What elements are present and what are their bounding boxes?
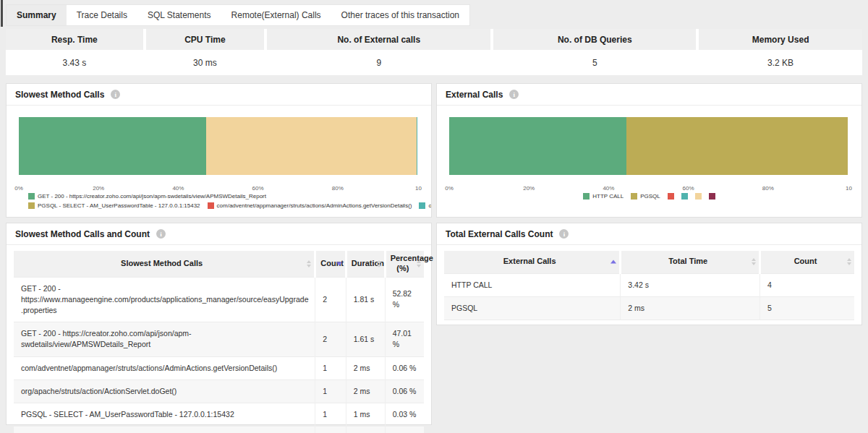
table-row[interactable]: HTTP CALL3.42 s4: [444, 273, 854, 296]
column-header-duration[interactable]: Duration: [346, 251, 385, 277]
table-cell: 4: [760, 273, 854, 296]
info-icon[interactable]: i: [509, 90, 519, 99]
sort-icon[interactable]: [847, 258, 851, 265]
column-header-slowest-method-calls[interactable]: Slowest Method Calls: [14, 251, 315, 277]
table-cell: 0.03 %: [385, 403, 424, 426]
tab-sql-statements[interactable]: SQL Statements: [137, 5, 221, 25]
stat-column-no-of-external-calls: No. of External calls9: [267, 29, 490, 75]
x-tick-label: 40%: [172, 185, 184, 192]
legend-swatch: [28, 202, 35, 209]
info-icon[interactable]: i: [111, 90, 120, 99]
bar-segment-get-200-https-creator-zoho-com-api-json-[interactable]: [19, 117, 206, 175]
total-external-calls-table: External CallsTotal TimeCount HTTP CALL3…: [444, 251, 854, 320]
legend-label: GET - 200 - https://creator.zoho.com/api…: [38, 193, 266, 200]
tab-trace-details[interactable]: Trace Details: [67, 5, 137, 25]
table-cell: org/apache/struts/action/ActionServlet.d…: [14, 380, 315, 403]
panel-total-external-calls-count: Total External Calls Count i External Ca…: [436, 223, 862, 325]
column-header-count[interactable]: Count: [760, 251, 854, 273]
tab-other-traces-of-this-transaction[interactable]: Other traces of this transaction: [331, 5, 469, 25]
legend-label: HTTP CALL: [592, 193, 624, 200]
x-axis-ticks: 0%20%40%60%80%100%: [19, 185, 417, 193]
legend-swatch: [208, 202, 214, 209]
panel-external-calls: External Calls i 0%20%40%60%80%100% HTTP…: [436, 83, 862, 218]
stat-label: Resp. Time: [6, 29, 143, 50]
table-header-row: Slowest Method CallsCountDurationPercent…: [14, 251, 424, 277]
table-row[interactable]: others1 ms0.03 %: [14, 426, 424, 433]
sort-icon[interactable]: [377, 260, 381, 267]
tab-remote-external-calls[interactable]: Remote(External) Calls: [221, 5, 331, 25]
legend-swatch: [681, 193, 688, 200]
table-row[interactable]: org/apache/struts/action/ActionServlet.d…: [14, 380, 424, 403]
legend-label: others: [428, 202, 431, 209]
panel-title: Total External Calls Count: [446, 229, 553, 239]
sort-icon[interactable]: [417, 260, 421, 267]
x-tick-label: 80%: [332, 185, 344, 192]
table-row[interactable]: PGSQL - SELECT - AM_UserPasswordTable - …: [14, 403, 424, 426]
panel-header: Slowest Method Calls and Count i: [7, 223, 431, 245]
table-cell: 1.61 s: [346, 322, 385, 356]
column-header-total-time[interactable]: Total Time: [621, 251, 760, 273]
table-cell: 2 ms: [346, 356, 385, 380]
stat-value: 9: [267, 50, 490, 75]
stat-value: 3.43 s: [6, 50, 143, 75]
bar-segment-get-200-https-www-manageengine-com-produ[interactable]: [206, 117, 417, 175]
table-cell: 1: [315, 380, 346, 403]
legend-label: PGSQL: [640, 193, 660, 200]
table-cell: com/adventnet/appmanager/struts/actions/…: [14, 356, 315, 380]
table-cell: PGSQL - SELECT - AM_UserPasswordTable - …: [14, 403, 315, 426]
panel-header: External Calls i: [437, 84, 861, 106]
table-cell: 3.42 s: [621, 273, 760, 296]
table-cell: 0.06 %: [385, 380, 424, 403]
legend-item-pgsql[interactable]: PGSQL: [631, 193, 660, 200]
panel-slowest-method-calls: Slowest Method Calls i 0%20%40%60%80%100…: [6, 83, 432, 218]
sort-icon[interactable]: [752, 258, 756, 265]
x-tick-label: 80%: [762, 185, 774, 192]
legend-item-pgsql-select-am-userpasswordtable-127-0-[interactable]: PGSQL - SELECT - AM_UserPasswordTable - …: [28, 202, 200, 209]
column-header-external-calls[interactable]: External Calls: [444, 251, 621, 273]
info-icon[interactable]: i: [559, 229, 569, 239]
legend-item-others[interactable]: others: [419, 202, 431, 209]
legend-item-get-200-https-creator-zoho-com-api-json-[interactable]: GET - 200 - https://creator.zoho.com/api…: [28, 193, 266, 200]
legend-item-com-adventnet-appmanager-struts-actions-[interactable]: com/adventnet/appmanager/struts/actions/…: [208, 202, 412, 209]
legend-row: PGSQL - SELECT - AM_UserPasswordTable - …: [7, 202, 431, 209]
info-icon[interactable]: i: [156, 229, 166, 239]
legend-item-blank[interactable]: [695, 193, 702, 200]
sort-desc-icon[interactable]: [336, 262, 342, 265]
legend-item-http-call[interactable]: HTTP CALL: [583, 193, 624, 200]
bar-segment-pgsql[interactable]: [626, 117, 848, 175]
sort-icon[interactable]: [307, 260, 311, 267]
table-cell: 47.01 %: [385, 322, 424, 356]
table-header-row: External CallsTotal TimeCount: [444, 251, 854, 273]
table-cell: 1 ms: [346, 403, 385, 426]
stat-label: CPU Time: [146, 29, 265, 50]
legend-row: GET - 200 - https://creator.zoho.com/api…: [7, 193, 431, 200]
bar-segment-http-call[interactable]: [449, 117, 626, 175]
legend-item-blank[interactable]: [668, 193, 674, 200]
stat-column-memory-used: Memory Used3.2 KB: [699, 29, 862, 75]
tab-bar: SummaryTrace DetailsSQL StatementsRemote…: [6, 4, 470, 26]
sort-asc-icon[interactable]: [610, 260, 616, 264]
legend-item-blank[interactable]: [681, 193, 688, 200]
x-tick-label: 100%: [846, 185, 852, 192]
table-row[interactable]: com/adventnet/appmanager/struts/actions/…: [14, 356, 424, 380]
stacked-bar: [19, 117, 417, 175]
stat-label: No. of DB Queries: [493, 29, 696, 50]
table-cell: GET - 200 - https://www.manageengine.com…: [14, 277, 315, 322]
tab-summary[interactable]: Summary: [7, 5, 67, 25]
stat-value: 3.2 KB: [699, 50, 862, 75]
table-row[interactable]: GET - 200 - https://www.manageengine.com…: [14, 277, 424, 322]
column-header-percentage[interactable]: Percentage (%): [385, 251, 424, 277]
page-left-edge: [1, 0, 3, 27]
table-row[interactable]: GET - 200 - https://creator.zoho.com/api…: [14, 322, 424, 356]
legend-item-blank[interactable]: [709, 193, 715, 200]
x-tick-label: 20%: [523, 185, 535, 192]
table-cell: 2: [315, 322, 346, 356]
table-cell: 2 ms: [346, 380, 385, 403]
bar-segment-others[interactable]: [417, 117, 417, 175]
legend-swatch: [709, 193, 715, 200]
table-row[interactable]: PGSQL2 ms5: [444, 296, 854, 320]
table-cell: 1: [315, 356, 346, 380]
legend-swatch: [583, 193, 590, 200]
legend-swatch: [668, 193, 674, 200]
column-header-count[interactable]: Count: [315, 251, 346, 277]
